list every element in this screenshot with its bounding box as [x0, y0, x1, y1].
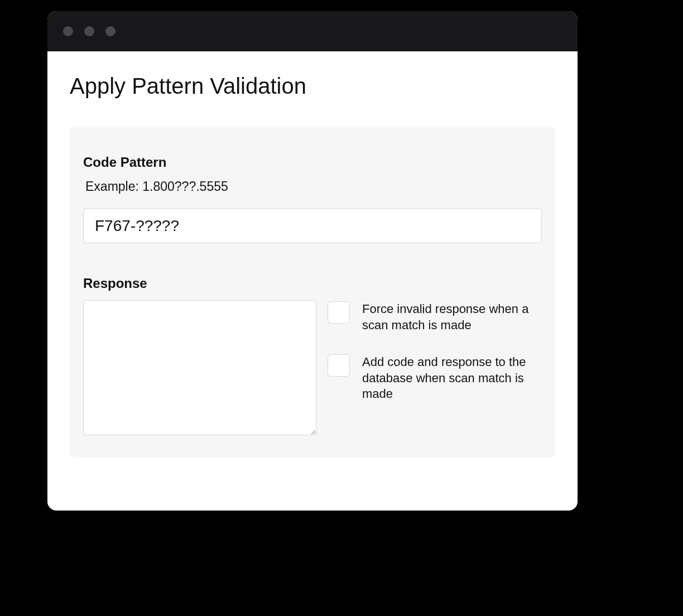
window-titlebar — [47, 11, 578, 51]
form-panel: Code Pattern Example: 1.800???.5555 Resp… — [70, 127, 555, 458]
code-pattern-section: Code Pattern Example: 1.800???.5555 — [83, 155, 542, 243]
response-section: Response Force invalid response when a s… — [83, 276, 542, 435]
close-icon[interactable] — [63, 26, 73, 36]
add-to-db-checkbox[interactable] — [328, 354, 350, 377]
maximize-icon[interactable] — [105, 26, 116, 36]
page-title: Apply Pattern Validation — [70, 74, 555, 99]
response-row: Force invalid response when a scan match… — [83, 300, 542, 435]
force-invalid-checkbox[interactable] — [328, 301, 350, 324]
checkbox-group: Force invalid response when a scan match… — [328, 300, 542, 402]
code-pattern-input[interactable] — [83, 209, 542, 243]
code-pattern-heading: Code Pattern — [83, 155, 542, 170]
minimize-icon[interactable] — [84, 26, 94, 36]
response-heading: Response — [83, 276, 542, 291]
window-controls — [63, 26, 116, 36]
app-window: Apply Pattern Validation Code Pattern Ex… — [47, 11, 578, 511]
force-invalid-label: Force invalid response when a scan match… — [362, 301, 542, 333]
content-area: Apply Pattern Validation Code Pattern Ex… — [47, 51, 578, 480]
response-textarea[interactable] — [83, 300, 316, 435]
checkbox-item-force-invalid: Force invalid response when a scan match… — [328, 301, 542, 333]
checkbox-item-add-to-db: Add code and response to the database wh… — [328, 354, 542, 402]
add-to-db-label: Add code and response to the database wh… — [362, 354, 542, 402]
code-pattern-example: Example: 1.800???.5555 — [85, 179, 542, 194]
